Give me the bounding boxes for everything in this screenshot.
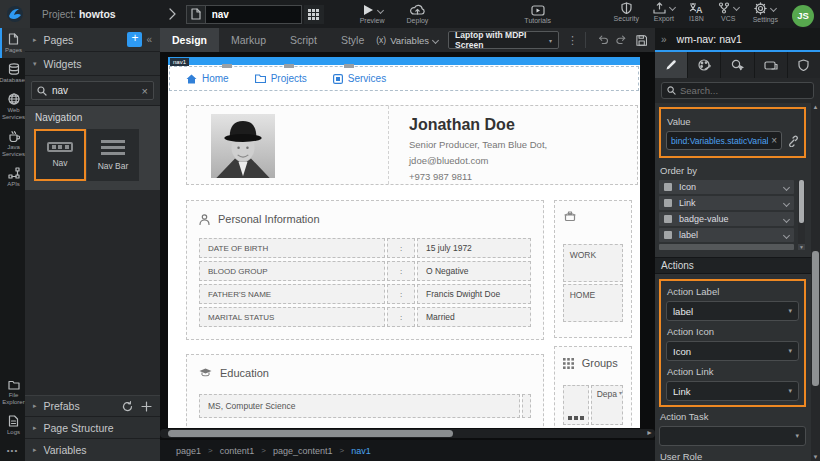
left-icon-rail: Pages Databases Web Services Java Servic… <box>0 28 25 461</box>
collapse-panel-icon[interactable]: « <box>146 34 152 45</box>
deploy-button[interactable]: Deploy <box>407 4 429 24</box>
rail-item-web-services[interactable]: Web Services <box>0 88 25 125</box>
variables-dropdown[interactable]: (x) Variables <box>376 35 438 46</box>
scrollbar-thumb[interactable] <box>812 251 819 386</box>
design-canvas[interactable]: nav1 Home Projects <box>168 57 640 428</box>
project-breadcrumb[interactable]: Project:howtos <box>42 8 116 20</box>
nav-item-services[interactable]: Services <box>333 73 386 84</box>
order-by-item-icon[interactable]: Icon <box>659 180 794 194</box>
redo-icon[interactable] <box>616 34 627 46</box>
expand-panel-icon[interactable]: » <box>661 34 667 45</box>
pages-accordion[interactable]: ▸ Pages + « <box>25 28 160 52</box>
scroll-down-icon[interactable]: ▼ <box>811 454 820 460</box>
nav1-widget[interactable]: Home Projects Services <box>168 65 640 92</box>
action-label-select[interactable]: label ▾ <box>666 301 799 321</box>
selection-handle[interactable] <box>344 64 354 68</box>
vcs-button[interactable]: VCS <box>718 2 739 22</box>
breadcrumb-item-nav1[interactable]: nav1 <box>351 446 371 456</box>
wavemaker-logo[interactable] <box>0 0 30 28</box>
tab-style[interactable]: Style <box>329 28 376 52</box>
variables-accordion[interactable]: ▸ Variables <box>25 439 160 461</box>
scroll-up-icon[interactable]: ▲ <box>811 104 820 110</box>
checkbox[interactable] <box>664 215 672 223</box>
rail-item-pages[interactable]: Pages <box>0 28 25 58</box>
order-by-item-badge-value[interactable]: badge-value <box>659 212 794 226</box>
undo-icon[interactable] <box>597 34 608 46</box>
tab-design[interactable]: Design <box>160 28 219 52</box>
rail-item-java-services[interactable]: Java Services <box>0 125 25 162</box>
rail-item-apis[interactable]: APIs <box>0 162 25 192</box>
nav-item-home[interactable]: Home <box>186 73 229 84</box>
selection-handle[interactable] <box>284 64 294 68</box>
i18n-button[interactable]: A I18N <box>689 2 704 22</box>
preview-button[interactable]: Preview <box>360 4 385 24</box>
breadcrumb-item-page-content1[interactable]: page_content1 <box>273 446 333 456</box>
checkbox[interactable] <box>664 231 672 239</box>
rail-item-logs[interactable]: Logs <box>0 410 25 440</box>
tab-device[interactable] <box>755 52 788 78</box>
personal-info-panel[interactable]: Personal Information DATE OF BIRTH : 15 … <box>186 200 544 340</box>
breadcrumb-item-page1[interactable]: page1 <box>176 446 201 456</box>
scrollbar-thumb[interactable] <box>168 430 453 437</box>
security-button[interactable]: Security <box>614 2 639 22</box>
more-options-icon[interactable]: ⋮ <box>567 34 578 47</box>
widget-search-input[interactable] <box>52 85 142 96</box>
tab-security[interactable] <box>788 52 820 78</box>
widget-search-box[interactable]: × <box>31 81 154 100</box>
chevron-down-icon <box>783 231 790 238</box>
properties-search-input[interactable] <box>680 85 808 96</box>
user-avatar[interactable]: JS <box>792 5 814 27</box>
contact-panel[interactable]: WORK HOME <box>554 200 632 338</box>
tab-events[interactable] <box>721 52 754 78</box>
tab-properties[interactable] <box>655 52 688 78</box>
groups-panel[interactable]: Groups Depa▾ <box>554 346 632 428</box>
rail-item-file-explorer[interactable]: File Explorer <box>0 374 25 410</box>
checkbox[interactable] <box>664 199 672 207</box>
page-search-input[interactable] <box>206 5 302 24</box>
breadcrumb-item-content1[interactable]: content1 <box>220 446 255 456</box>
tab-styles[interactable] <box>688 52 721 78</box>
clear-binding-icon[interactable]: × <box>771 135 777 146</box>
properties-scrollbar[interactable]: ▲ ▼ <box>811 103 820 461</box>
properties-search-box[interactable] <box>661 82 814 99</box>
tab-markup[interactable]: Markup <box>219 28 278 52</box>
widget-group-header: Navigation <box>25 106 160 128</box>
actions-section-header[interactable]: Actions <box>655 257 820 274</box>
value-input[interactable]: bind:Variables.staticVariable1.dataSet × <box>666 131 782 150</box>
order-by-item-link[interactable]: Link <box>659 196 794 210</box>
action-task-select[interactable]: ▾ <box>659 426 806 446</box>
refresh-icon[interactable] <box>122 401 133 412</box>
nav-item-projects[interactable]: Projects <box>255 73 307 84</box>
apps-grid-icon[interactable] <box>304 5 324 24</box>
clear-search-icon[interactable]: × <box>142 85 148 97</box>
canvas-horizontal-scrollbar[interactable]: ► <box>160 429 655 438</box>
rail-more-button[interactable]: ••• <box>0 440 25 461</box>
action-icon-select[interactable]: Icon ▾ <box>666 341 799 361</box>
scrollbar-thumb[interactable] <box>799 180 804 223</box>
order-by-item-label-field[interactable]: label <box>659 228 794 242</box>
add-page-button[interactable]: + <box>127 32 142 47</box>
save-icon[interactable] <box>636 34 647 47</box>
widget-tile-nav[interactable]: Nav <box>34 129 86 181</box>
page-structure-accordion[interactable]: ▸ Page Structure <box>25 417 160 439</box>
export-button[interactable]: Export <box>653 2 675 22</box>
order-by-scrollbar[interactable]: ▼ <box>798 180 805 250</box>
checkbox[interactable] <box>664 183 672 191</box>
action-link-select[interactable]: Link ▾ <box>666 381 799 401</box>
profile-panel[interactable]: Jonathan Doe Senior Producer, Team Blue … <box>186 105 638 185</box>
widgets-accordion[interactable]: ▾ Widgets <box>25 52 160 76</box>
rail-item-databases[interactable]: Databases <box>0 58 25 88</box>
device-selector[interactable]: Laptop with MDPI Screen ▾ <box>448 31 559 49</box>
scroll-right-icon[interactable]: ► <box>646 429 653 436</box>
selection-handle[interactable] <box>222 64 232 68</box>
groups-header: Groups <box>563 357 623 369</box>
prefabs-accordion[interactable]: ▸ Prefabs <box>25 395 160 417</box>
tab-script[interactable]: Script <box>278 28 329 52</box>
education-panel[interactable]: Education MS, Computer Science <box>186 354 544 428</box>
bind-link-icon[interactable] <box>787 135 799 147</box>
settings-button[interactable]: Settings <box>753 2 778 23</box>
scroll-down-icon[interactable]: ▼ <box>798 244 805 250</box>
tutorials-button[interactable]: Tutorials <box>524 5 551 24</box>
widget-tile-navbar[interactable]: Nav Bar <box>87 129 139 181</box>
add-prefab-icon[interactable] <box>141 401 152 412</box>
